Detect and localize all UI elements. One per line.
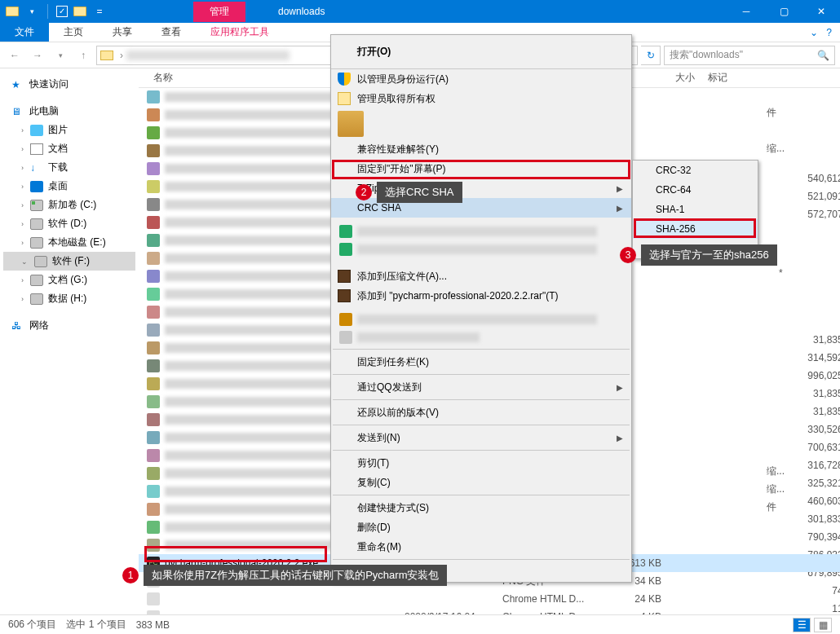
drive-icon [30, 237, 43, 249]
label: 本地磁盘 (E:) [48, 236, 106, 249]
chevron-right-icon[interactable]: › [120, 50, 123, 61]
window-title: downloads [278, 6, 325, 17]
details-view-button[interactable]: ☰ [793, 618, 811, 632]
menu-compat[interactable]: 兼容性疑难解答(Y) [331, 139, 631, 159]
menu-restore[interactable]: 还原以前的版本(V) [331, 403, 631, 422]
sidebar-this-pc[interactable]: 🖥此电脑 [3, 102, 135, 121]
search-input[interactable]: 搜索"downloads" 🔍 [664, 46, 835, 65]
sidebar-network[interactable]: 🖧网络 [3, 316, 135, 335]
navigation-pane: ★快速访问 🖥此电脑 ›图片 ›文档 ›↓下载 ›桌面 ›新加卷 (C:) ›软… [0, 68, 139, 614]
folder-icon[interactable] [73, 4, 87, 19]
submenu-crc64[interactable]: CRC-64 [633, 180, 758, 200]
status-selected: 选中 1 个项目 [66, 618, 126, 632]
file-size-value: 314,592 KB [771, 349, 840, 367]
contextual-tab-label: 管理 [193, 2, 245, 22]
submenu-sha256[interactable]: SHA-256 [633, 219, 758, 239]
chevron-right-icon: ▶ [617, 184, 623, 193]
file-size-value: 996,025 KB [771, 367, 840, 385]
status-size: 383 MB [136, 619, 170, 631]
file-size-value: 31,835 KB [771, 331, 840, 349]
ribbon-collapse[interactable]: ⌄? [802, 23, 840, 42]
callout-2: 2选择CRC SHA [356, 182, 462, 203]
file-icon [147, 126, 160, 139]
label: 重命名(M) [357, 540, 401, 554]
sidebar-item-drive-e[interactable]: ›本地磁盘 (E:) [3, 233, 135, 252]
equals-icon[interactable]: = [92, 4, 107, 19]
file-icon [147, 324, 160, 337]
menu-open[interactable]: 打开(O) [357, 45, 628, 59]
sidebar-item-pictures[interactable]: ›图片 [3, 121, 135, 139]
sidebar-item-drive-h[interactable]: ›数据 (H:) [3, 289, 135, 308]
sidebar-item-desktop[interactable]: ›桌面 [3, 177, 135, 196]
recent-dropdown[interactable]: ▾ [51, 46, 70, 65]
submenu-sha1[interactable]: SHA-1 [633, 200, 758, 219]
sidebar-item-drive-g[interactable]: ›文档 (G:) [3, 271, 135, 289]
back-button[interactable]: ← [5, 46, 24, 65]
sidebar-item-drive-c[interactable]: ›新加卷 (C:) [3, 196, 135, 214]
menu-blurred-section [331, 218, 631, 266]
chevron-icon: › [21, 201, 24, 209]
separator [333, 374, 630, 375]
downloads-icon: ↓ [30, 162, 43, 174]
column-tag[interactable]: 标记 [701, 71, 750, 85]
app-icon [338, 111, 364, 137]
tab-app-tools[interactable]: 应用程序工具 [196, 23, 284, 42]
submenu-crc32[interactable]: CRC-32 [633, 161, 758, 180]
qat-checkbox-icon[interactable]: ✓ [56, 6, 68, 17]
column-size[interactable]: 大小 [636, 71, 701, 85]
menu-rename[interactable]: 重命名(M) [331, 537, 631, 557]
menu-delete[interactable]: 删除(D) [331, 517, 631, 537]
menu-take-ownership[interactable]: 管理员取得所有权 [331, 89, 631, 108]
tab-file[interactable]: 文件 [0, 23, 49, 42]
tab-view[interactable]: 查看 [147, 23, 196, 42]
drive-icon [30, 218, 43, 230]
file-size-value: 700,631 KB [771, 438, 840, 456]
up-button[interactable]: ↑ [73, 46, 93, 65]
sidebar-item-documents[interactable]: ›文档 [3, 139, 135, 158]
search-icon[interactable]: 🔍 [817, 50, 829, 61]
label: 兼容性疑难解答(Y) [357, 143, 439, 156]
chevron-icon: › [21, 220, 24, 228]
thumbnails-view-button[interactable]: ▦ [814, 618, 832, 632]
menu-pin-taskbar[interactable]: 固定到任务栏(K) [331, 352, 631, 372]
tab-share[interactable]: 共享 [98, 23, 147, 42]
address-path [126, 51, 290, 60]
drive-icon [34, 256, 47, 267]
type-fragment: 件 [767, 500, 776, 514]
label: 软件 (F:) [52, 254, 90, 268]
tab-home[interactable]: 主页 [49, 23, 98, 42]
close-button[interactable]: ✕ [802, 0, 840, 23]
network-icon: 🖧 [11, 320, 24, 332]
menu-run-admin[interactable]: 以管理员身份运行(A) [331, 69, 631, 89]
menu-copy[interactable]: 复制(C) [331, 473, 631, 492]
menu-cut[interactable]: 剪切(T) [331, 453, 631, 473]
menu-send-to[interactable]: 发送到(N)▶ [331, 428, 631, 447]
sidebar-item-drive-f[interactable]: ⌄软件 (F:) [3, 252, 135, 271]
file-size-value: 540,612 KB [771, 170, 840, 187]
file-icon [147, 359, 160, 372]
menu-qq-send[interactable]: 通过QQ发送到▶ [331, 377, 631, 397]
file-type: Chrome HTML D... [502, 593, 596, 605]
help-icon[interactable]: ? [826, 27, 832, 38]
separator [333, 559, 630, 560]
forward-button[interactable]: → [28, 46, 47, 65]
chevron-down-icon[interactable]: ⌄ [810, 27, 818, 38]
maximize-button[interactable]: ▢ [765, 0, 802, 23]
down-arrow-icon[interactable]: ▾ [24, 4, 39, 19]
chevron-icon: › [21, 276, 24, 284]
file-icon [147, 180, 160, 193]
sidebar-item-downloads[interactable]: ›↓下载 [3, 158, 135, 177]
sidebar-quick-access[interactable]: ★快速访问 [3, 75, 135, 94]
sidebar-item-drive-d[interactable]: ›软件 (D:) [3, 214, 135, 233]
refresh-button[interactable]: ↻ [641, 46, 661, 65]
menu-add-to-rar[interactable]: 添加到 "pycharm-professional-2020.2.2.rar"(… [331, 286, 631, 306]
menu-add-archive[interactable]: 添加到压缩文件(A)... [331, 266, 631, 286]
file-icon [147, 377, 160, 390]
file-size-value: 521,091 KB [771, 187, 840, 205]
menu-pin-start[interactable]: 固定到"开始"屏幕(P) [331, 159, 631, 178]
separator [333, 450, 630, 451]
label: 添加到 "pycharm-professional-2020.2.2.rar"(… [357, 289, 559, 303]
file-row[interactable]: Chrome HTML D... 24 KB [139, 590, 840, 608]
menu-shortcut[interactable]: 创建快捷方式(S) [331, 498, 631, 517]
minimize-button[interactable]: ─ [727, 0, 765, 23]
